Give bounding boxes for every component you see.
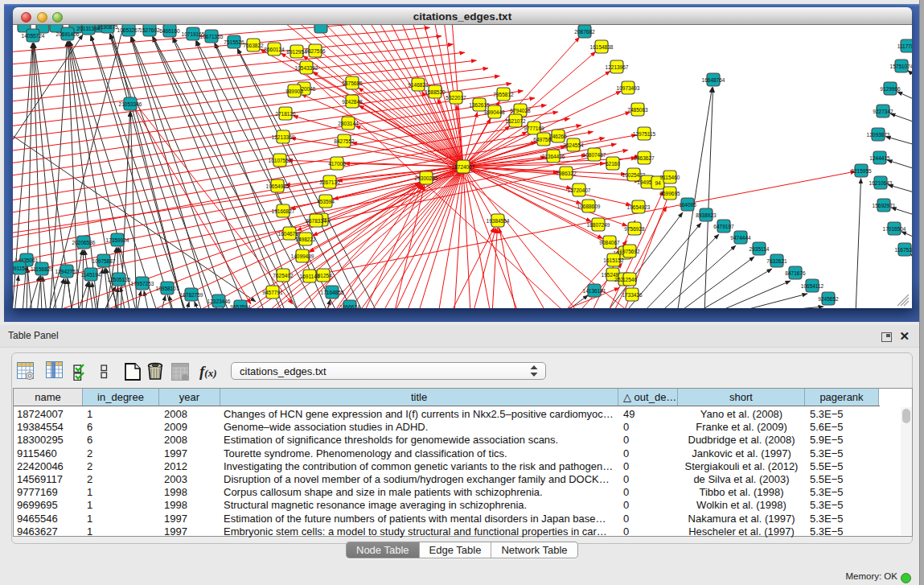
svg-text:8938923: 8938923 [696,212,717,218]
svg-text:11156829: 11156829 [31,266,53,272]
svg-text:10688609: 10688609 [577,204,601,209]
svg-text:5322037: 5322037 [446,95,466,101]
svg-text:9457791: 9457791 [262,290,283,295]
svg-text:19654985: 19654985 [266,183,290,189]
svg-text:7955812: 7955812 [493,92,514,97]
svg-text:1066674: 1066674 [339,304,360,309]
svg-text:9474444: 9474444 [730,235,751,241]
svg-text:10671355: 10671355 [200,34,224,39]
svg-text:989903: 989903 [285,89,303,94]
svg-text:9777169: 9777169 [524,126,544,131]
svg-text:9245652: 9245652 [818,296,839,302]
svg-text:8990448: 8990448 [484,109,505,115]
svg-text:17957253: 17957253 [131,281,154,286]
svg-text:12323446: 12323446 [207,299,231,304]
svg-text:1244415: 1244415 [869,155,890,161]
svg-text:9129966: 9129966 [880,86,901,92]
svg-text:14136141: 14136141 [583,288,606,294]
svg-text:9756928: 9756928 [624,226,645,232]
svg-text:16154838: 16154838 [590,44,614,50]
svg-text:3267130: 3267130 [319,179,340,185]
svg-text:2935114: 2935114 [749,246,770,252]
svg-text:8427552: 8427552 [334,138,355,144]
svg-text:1117784: 1117784 [897,43,912,49]
svg-text:9146821: 9146821 [408,82,429,88]
svg-text:3624554: 3624554 [563,142,584,148]
svg-text:16046798: 16046798 [278,231,302,237]
svg-text:1733426: 1733426 [622,292,643,298]
svg-text:1588520: 1588520 [425,89,446,95]
svg-text:746266: 746266 [549,134,567,139]
svg-text:15720407: 15720407 [568,187,591,193]
svg-text:1691144: 1691144 [300,274,320,279]
svg-text:7663822: 7663822 [243,43,264,48]
svg-text:20206536: 20206536 [72,240,96,245]
svg-text:18807249: 18807249 [587,222,610,228]
svg-text:7515526: 7515526 [224,39,244,45]
svg-text:9827596: 9827596 [305,48,326,54]
svg-text:20691406: 20691406 [56,31,80,37]
svg-text:62160: 62160 [606,161,620,167]
svg-text:16107552: 16107552 [269,158,292,163]
svg-text:1167534: 1167534 [895,247,912,253]
svg-text:164095: 164095 [679,202,696,208]
svg-text:94: 94 [655,180,661,186]
svg-text:16648764: 16648764 [702,77,725,83]
svg-text:9653594: 9653594 [230,304,251,309]
svg-text:1362615: 1362615 [469,102,490,108]
svg-text:17016504: 17016504 [883,226,906,232]
svg-text:9190875: 9190875 [97,25,118,30]
svg-text:7986322: 7986322 [556,171,577,176]
svg-text:21053346: 21053346 [119,101,142,107]
svg-text:3498222: 3498222 [295,237,316,242]
svg-text:1615152: 1615152 [603,257,624,263]
svg-text:9699695: 9699695 [659,191,680,196]
svg-text:29300285: 29300285 [415,175,438,181]
svg-text:1145194: 1145194 [81,272,101,278]
svg-text:12546: 12546 [622,277,637,282]
svg-text:7485063: 7485063 [627,107,648,113]
svg-text:8215955: 8215955 [851,168,872,174]
svg-text:19384554: 19384554 [487,218,510,224]
svg-text:453594: 453594 [317,199,335,204]
svg-text:7625402: 7625402 [273,273,294,278]
svg-text:12975115: 12975115 [633,131,656,137]
svg-text:18724007: 18724007 [452,164,475,170]
svg-text:17164855: 17164855 [321,290,344,295]
svg-text:1621072: 1621072 [505,118,526,124]
svg-text:19654923: 19654923 [627,204,651,210]
svg-text:2718126: 2718126 [275,111,296,117]
svg-text:12505135: 12505135 [108,277,131,282]
svg-text:1527602: 1527602 [139,27,160,33]
svg-text:8678334: 8678334 [306,218,326,224]
svg-text:2803144: 2803144 [338,121,359,126]
svg-text:10958107: 10958107 [156,286,179,291]
svg-text:8660124: 8660124 [264,47,285,52]
svg-text:17359924: 17359924 [106,237,129,243]
svg-text:417006: 417006 [328,161,346,167]
svg-text:9227342: 9227342 [873,109,893,114]
svg-text:10654112: 10654112 [801,283,824,289]
svg-text:10807487: 10807487 [583,152,606,158]
svg-text:6794028: 6794028 [510,108,531,113]
svg-text:12093873: 12093873 [867,132,890,138]
svg-text:8471676: 8471676 [785,270,806,276]
svg-text:14055724: 14055724 [22,33,45,39]
svg-text:12942757: 12942757 [55,269,79,274]
svg-text:5875685: 5875685 [342,80,363,86]
svg-text:16782759: 16782759 [180,292,203,298]
svg-text:10973493: 10973493 [617,85,640,91]
svg-text:9463627: 9463627 [634,155,655,161]
svg-text:19166827: 19166827 [272,208,295,214]
svg-text:7632621: 7632621 [766,258,787,264]
svg-text:391154: 391154 [13,266,28,271]
svg-text:10543392: 10543392 [295,65,318,71]
svg-text:15692971: 15692971 [873,203,896,208]
svg-text:9084067: 9084067 [599,240,620,245]
svg-text:6466160: 6466160 [159,28,180,34]
svg-text:9242848: 9242848 [342,99,363,105]
svg-text:16210643: 16210643 [869,180,893,186]
svg-text:9115460: 9115460 [660,175,680,180]
svg-text:10975887: 10975887 [92,258,116,264]
svg-text:6479197: 6479197 [713,224,734,229]
